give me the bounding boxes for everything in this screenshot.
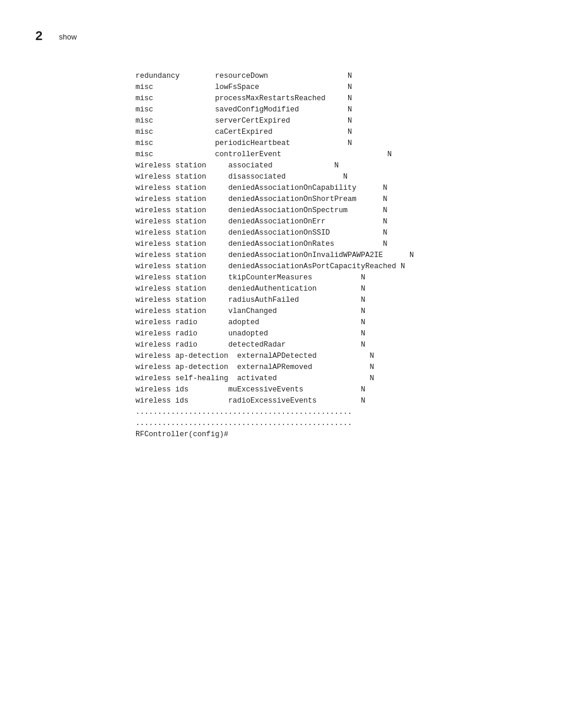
page-number: 2	[35, 28, 42, 44]
code-content: redundancy resourceDown N misc lowFsSpac…	[135, 71, 414, 440]
show-label: show	[59, 32, 77, 41]
